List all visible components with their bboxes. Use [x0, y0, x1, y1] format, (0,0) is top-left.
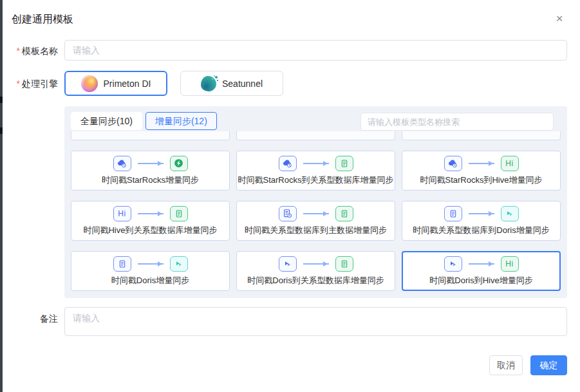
template-card[interactable]: Hi 时间戳StarRocks到Hive增量同步: [402, 151, 561, 191]
hive-icon: Hi: [501, 156, 519, 171]
arrow-right-icon: [303, 163, 329, 164]
seatunnel-logo-icon: [201, 76, 216, 91]
dialog-footer: 取消 确定: [489, 355, 567, 375]
required-mark: *: [17, 46, 20, 56]
card-title: 时间戳Doris到Hive增量同步: [429, 275, 532, 286]
card-title: 时间戳Doris增量同步: [111, 275, 189, 286]
card-icon-row: [113, 256, 188, 272]
required-mark: *: [17, 79, 20, 89]
arrow-right-icon: [469, 263, 494, 265]
card-icon-row: Hi: [444, 256, 519, 272]
card-icon-row: [279, 156, 353, 171]
tab-incremental-sync[interactable]: 增量同步(12): [145, 112, 217, 130]
template-card[interactable]: 时间戳StarRocks到关系型数据库增量同步: [236, 151, 395, 191]
close-icon[interactable]: ×: [552, 12, 567, 27]
document-clock-icon: [279, 206, 297, 221]
timestamp-cloud-icon: [113, 156, 131, 171]
doris-icon: [501, 206, 519, 221]
clipped-card-above[interactable]: [71, 131, 230, 140]
remark-label: 备注: [3, 313, 58, 325]
engine-option-label: Seatunnel: [222, 79, 263, 89]
card-title: 时间戳StarRocks到Hive增量同步: [420, 174, 543, 186]
template-card[interactable]: Hi 时间戳Hive到关系型数据库增量同步: [71, 201, 230, 241]
arrow-right-icon: [469, 213, 494, 214]
doris-icon: [170, 256, 188, 272]
document-icon: [335, 206, 353, 221]
card-icon-row: Hi: [113, 206, 188, 221]
card-title: 时间戳关系型数据库到主数据增量同步: [245, 225, 387, 236]
template-card[interactable]: 时间戳Doris增量同步: [71, 251, 230, 291]
document-icon: [335, 256, 353, 272]
card-title: 时间戳关系型数据库到Doris增量同步: [413, 225, 549, 236]
engine-selector: Primeton DI Seatunnel: [64, 71, 283, 96]
arrow-right-icon: [303, 263, 329, 265]
doris-icon: [444, 256, 462, 272]
template-card[interactable]: 时间戳关系型数据库到主数据增量同步: [236, 201, 395, 241]
doris-icon: [279, 256, 297, 272]
clipped-card-above[interactable]: [236, 131, 395, 140]
document-icon: [335, 156, 353, 171]
engine-option-primeton-di[interactable]: Primeton DI: [64, 71, 167, 96]
remark-input[interactable]: [64, 307, 567, 336]
card-title: 时间戳Doris到关系型数据库增量同步: [247, 275, 384, 286]
document-icon: [113, 256, 131, 272]
card-icon-row: [279, 256, 353, 272]
dialog-title: 创建通用模板: [12, 13, 73, 26]
clipped-card-above[interactable]: [402, 131, 561, 140]
card-title: 时间戳Hive到关系型数据库增量同步: [83, 225, 217, 236]
document-icon: [170, 206, 188, 221]
cancel-button[interactable]: 取消: [489, 355, 523, 375]
engine-label: *处理引擎: [3, 79, 58, 90]
hive-icon: Hi: [501, 256, 519, 272]
template-picker-panel: 全量同步(10) 增量同步(12) 时间戳StarRocks增量同步 时间戳St…: [64, 106, 567, 298]
card-icon-row: [444, 206, 519, 221]
arrow-right-icon: [138, 263, 164, 265]
engine-option-label: Primeton DI: [104, 79, 151, 89]
timestamp-cloud-icon: [279, 156, 297, 171]
template-card[interactable]: 时间戳Doris到关系型数据库增量同步: [236, 251, 395, 291]
starrocks-icon: [170, 156, 188, 171]
card-icon-row: [113, 156, 188, 171]
create-template-dialog: 创建通用模板 × *模板名称 *处理引擎 Primeton DI Seatunn…: [3, 0, 580, 392]
tab-full-sync[interactable]: 全量同步(10): [71, 112, 142, 130]
arrow-right-icon: [303, 213, 329, 214]
arrow-right-icon: [138, 163, 164, 164]
confirm-button[interactable]: 确定: [530, 355, 567, 375]
template-name-input[interactable]: [64, 40, 567, 61]
engine-option-seatunnel[interactable]: Seatunnel: [180, 71, 283, 96]
template-name-label: *模板名称: [3, 46, 58, 57]
sync-type-tabs: 全量同步(10) 增量同步(12): [71, 112, 217, 130]
template-card-grid[interactable]: 时间戳StarRocks增量同步 时间戳StarRocks到关系型数据库增量同步…: [71, 131, 561, 293]
document-icon: [444, 206, 462, 221]
arrow-right-icon: [469, 163, 494, 164]
hive-icon: Hi: [113, 206, 131, 221]
timestamp-cloud-icon: [444, 156, 462, 171]
template-search-input[interactable]: [360, 113, 554, 131]
template-card[interactable]: 时间戳StarRocks增量同步: [71, 151, 230, 191]
card-title: 时间戳StarRocks增量同步: [102, 174, 199, 186]
template-card[interactable]: Hi 时间戳Doris到Hive增量同步: [402, 251, 561, 291]
card-icon-row: [279, 206, 353, 221]
card-title: 时间戳StarRocks到关系型数据库增量同步: [238, 174, 394, 186]
card-icon-row: Hi: [444, 156, 519, 171]
primeton-di-logo-icon: [81, 75, 98, 92]
template-card[interactable]: 时间戳关系型数据库到Doris增量同步: [402, 201, 561, 241]
arrow-right-icon: [138, 213, 164, 214]
